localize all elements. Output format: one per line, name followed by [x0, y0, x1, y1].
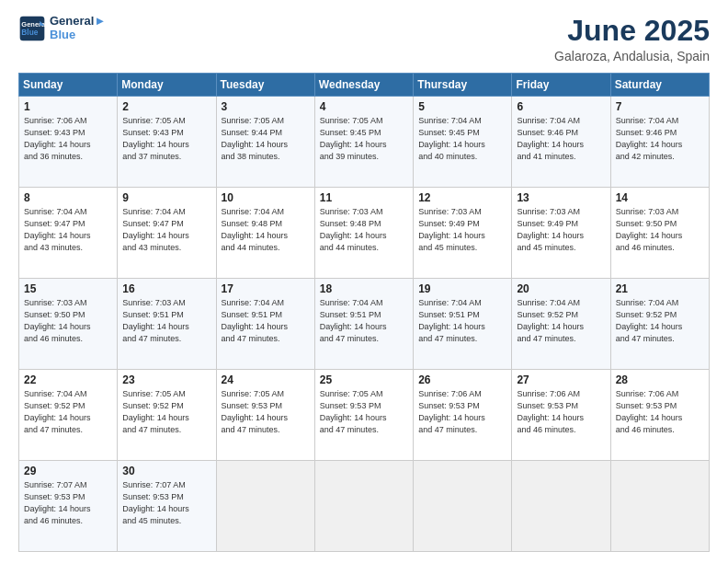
week-row-4: 22Sunrise: 7:04 AMSunset: 9:52 PMDayligh…	[19, 370, 710, 461]
main-title: June 2025	[554, 15, 710, 47]
day-cell: 10Sunrise: 7:04 AMSunset: 9:48 PMDayligh…	[216, 188, 314, 279]
day-cell	[610, 461, 709, 552]
col-sunday: Sunday	[19, 74, 118, 97]
day-number: 28	[616, 373, 704, 386]
day-info: Sunrise: 7:05 AMSunset: 9:43 PMDaylight:…	[122, 115, 210, 163]
day-info: Sunrise: 7:04 AMSunset: 9:51 PMDaylight:…	[320, 297, 408, 345]
calendar-header: Sunday Monday Tuesday Wednesday Thursday…	[19, 74, 710, 97]
day-info: Sunrise: 7:03 AMSunset: 9:48 PMDaylight:…	[320, 206, 408, 254]
day-number: 24	[222, 373, 310, 386]
day-cell: 23Sunrise: 7:05 AMSunset: 9:52 PMDayligh…	[118, 370, 216, 461]
day-info: Sunrise: 7:05 AMSunset: 9:44 PMDaylight:…	[222, 115, 310, 163]
day-cell: 26Sunrise: 7:06 AMSunset: 9:53 PMDayligh…	[414, 370, 512, 461]
day-info: Sunrise: 7:04 AMSunset: 9:52 PMDaylight:…	[517, 297, 605, 345]
day-number: 12	[418, 191, 506, 204]
col-wednesday: Wednesday	[314, 74, 413, 97]
day-number: 26	[418, 373, 506, 386]
day-cell	[216, 461, 314, 552]
week-row-5: 29Sunrise: 7:07 AMSunset: 9:53 PMDayligh…	[19, 461, 710, 552]
day-info: Sunrise: 7:04 AMSunset: 9:52 PMDaylight:…	[616, 297, 704, 345]
logo-line1: General►	[50, 15, 106, 29]
day-cell: 4Sunrise: 7:05 AMSunset: 9:45 PMDaylight…	[314, 97, 413, 188]
day-cell: 24Sunrise: 7:05 AMSunset: 9:53 PMDayligh…	[216, 370, 314, 461]
day-info: Sunrise: 7:06 AMSunset: 9:53 PMDaylight:…	[616, 388, 704, 436]
logo-line2: Blue	[50, 29, 106, 42]
day-number: 6	[517, 100, 605, 113]
day-cell: 5Sunrise: 7:04 AMSunset: 9:45 PMDaylight…	[414, 97, 512, 188]
day-info: Sunrise: 7:04 AMSunset: 9:46 PMDaylight:…	[517, 115, 605, 163]
day-cell: 16Sunrise: 7:03 AMSunset: 9:51 PMDayligh…	[118, 279, 216, 370]
day-info: Sunrise: 7:04 AMSunset: 9:47 PMDaylight:…	[122, 206, 210, 254]
day-number: 30	[122, 465, 210, 477]
day-number: 20	[517, 282, 605, 295]
day-info: Sunrise: 7:05 AMSunset: 9:53 PMDaylight:…	[320, 388, 408, 436]
day-cell	[414, 461, 512, 552]
day-number: 8	[24, 191, 112, 204]
day-cell: 7Sunrise: 7:04 AMSunset: 9:46 PMDaylight…	[610, 97, 709, 188]
day-cell: 12Sunrise: 7:03 AMSunset: 9:49 PMDayligh…	[414, 188, 512, 279]
day-info: Sunrise: 7:04 AMSunset: 9:52 PMDaylight:…	[24, 388, 112, 436]
page: General Blue General► Blue June 2025 Gal…	[0, 0, 728, 563]
day-cell: 22Sunrise: 7:04 AMSunset: 9:52 PMDayligh…	[19, 370, 118, 461]
day-info: Sunrise: 7:03 AMSunset: 9:49 PMDaylight:…	[418, 206, 506, 254]
header-row: Sunday Monday Tuesday Wednesday Thursday…	[19, 74, 710, 97]
day-number: 11	[320, 191, 408, 204]
day-cell: 14Sunrise: 7:03 AMSunset: 9:50 PMDayligh…	[610, 188, 709, 279]
week-row-3: 15Sunrise: 7:03 AMSunset: 9:50 PMDayligh…	[19, 279, 710, 370]
day-info: Sunrise: 7:05 AMSunset: 9:53 PMDaylight:…	[222, 388, 310, 436]
day-number: 22	[24, 373, 112, 386]
day-cell: 13Sunrise: 7:03 AMSunset: 9:49 PMDayligh…	[512, 188, 610, 279]
svg-text:Blue: Blue	[21, 28, 38, 37]
day-number: 25	[320, 373, 408, 386]
day-info: Sunrise: 7:05 AMSunset: 9:52 PMDaylight:…	[122, 388, 210, 436]
calendar-body: 1Sunrise: 7:06 AMSunset: 9:43 PMDaylight…	[19, 97, 710, 552]
day-cell: 30Sunrise: 7:07 AMSunset: 9:53 PMDayligh…	[118, 461, 216, 552]
day-info: Sunrise: 7:03 AMSunset: 9:49 PMDaylight:…	[517, 206, 605, 254]
day-cell: 17Sunrise: 7:04 AMSunset: 9:51 PMDayligh…	[216, 279, 314, 370]
calendar-table: Sunday Monday Tuesday Wednesday Thursday…	[18, 73, 710, 552]
col-tuesday: Tuesday	[216, 74, 314, 97]
day-number: 5	[418, 100, 506, 113]
day-cell: 18Sunrise: 7:04 AMSunset: 9:51 PMDayligh…	[314, 279, 413, 370]
day-cell: 27Sunrise: 7:06 AMSunset: 9:53 PMDayligh…	[512, 370, 610, 461]
week-row-1: 1Sunrise: 7:06 AMSunset: 9:43 PMDaylight…	[19, 97, 710, 188]
day-cell: 11Sunrise: 7:03 AMSunset: 9:48 PMDayligh…	[314, 188, 413, 279]
day-number: 1	[24, 100, 112, 113]
day-info: Sunrise: 7:04 AMSunset: 9:46 PMDaylight:…	[616, 115, 704, 163]
subtitle: Galaroza, Andalusia, Spain	[554, 49, 710, 63]
day-cell: 3Sunrise: 7:05 AMSunset: 9:44 PMDaylight…	[216, 97, 314, 188]
day-number: 18	[320, 282, 408, 295]
day-info: Sunrise: 7:03 AMSunset: 9:50 PMDaylight:…	[616, 206, 704, 254]
day-cell: 20Sunrise: 7:04 AMSunset: 9:52 PMDayligh…	[512, 279, 610, 370]
day-number: 23	[122, 373, 210, 386]
day-cell: 25Sunrise: 7:05 AMSunset: 9:53 PMDayligh…	[314, 370, 413, 461]
day-number: 2	[122, 100, 210, 113]
day-info: Sunrise: 7:04 AMSunset: 9:45 PMDaylight:…	[418, 115, 506, 163]
day-number: 10	[222, 191, 310, 204]
logo: General Blue General► Blue	[18, 15, 106, 42]
day-cell: 28Sunrise: 7:06 AMSunset: 9:53 PMDayligh…	[610, 370, 709, 461]
day-info: Sunrise: 7:07 AMSunset: 9:53 PMDaylight:…	[24, 479, 112, 527]
day-number: 3	[222, 100, 310, 113]
logo-icon: General Blue	[18, 15, 46, 42]
title-block: June 2025 Galaroza, Andalusia, Spain	[554, 15, 710, 63]
day-number: 16	[122, 282, 210, 295]
day-info: Sunrise: 7:04 AMSunset: 9:47 PMDaylight:…	[24, 206, 112, 254]
day-info: Sunrise: 7:06 AMSunset: 9:53 PMDaylight:…	[517, 388, 605, 436]
day-cell	[512, 461, 610, 552]
day-cell: 1Sunrise: 7:06 AMSunset: 9:43 PMDaylight…	[19, 97, 118, 188]
day-number: 13	[517, 191, 605, 204]
day-number: 19	[418, 282, 506, 295]
day-cell: 21Sunrise: 7:04 AMSunset: 9:52 PMDayligh…	[610, 279, 709, 370]
day-number: 17	[222, 282, 310, 295]
day-cell: 15Sunrise: 7:03 AMSunset: 9:50 PMDayligh…	[19, 279, 118, 370]
day-cell: 2Sunrise: 7:05 AMSunset: 9:43 PMDaylight…	[118, 97, 216, 188]
day-number: 9	[122, 191, 210, 204]
day-info: Sunrise: 7:03 AMSunset: 9:51 PMDaylight:…	[122, 297, 210, 345]
day-info: Sunrise: 7:07 AMSunset: 9:53 PMDaylight:…	[122, 479, 210, 527]
day-info: Sunrise: 7:03 AMSunset: 9:50 PMDaylight:…	[24, 297, 112, 345]
header: General Blue General► Blue June 2025 Gal…	[18, 15, 710, 63]
day-info: Sunrise: 7:06 AMSunset: 9:53 PMDaylight:…	[418, 388, 506, 436]
day-number: 29	[24, 465, 112, 477]
week-row-2: 8Sunrise: 7:04 AMSunset: 9:47 PMDaylight…	[19, 188, 710, 279]
